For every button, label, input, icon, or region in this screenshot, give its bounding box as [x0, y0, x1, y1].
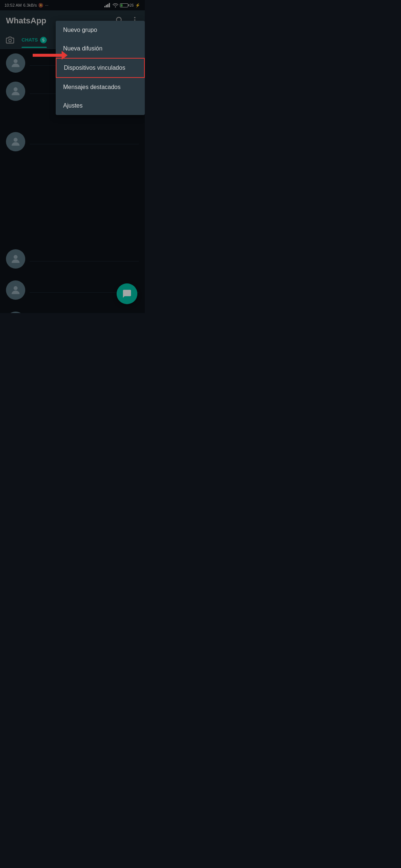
menu-item-mensajes-destacados[interactable]: Mensajes destacados	[56, 78, 145, 96]
arrow-body	[33, 54, 62, 57]
menu-item-nuevo-grupo[interactable]: Nuevo grupo	[56, 21, 145, 39]
dropdown-menu: Nuevo grupo Nueva difusión Dispositivos …	[56, 21, 145, 115]
menu-item-ajustes[interactable]: Ajustes	[56, 96, 145, 115]
menu-item-dispositivos-vinculados[interactable]: Dispositivos vinculados	[56, 58, 145, 78]
arrow-annotation	[33, 54, 62, 57]
menu-item-nueva-difusion[interactable]: Nueva difusión	[56, 39, 145, 58]
